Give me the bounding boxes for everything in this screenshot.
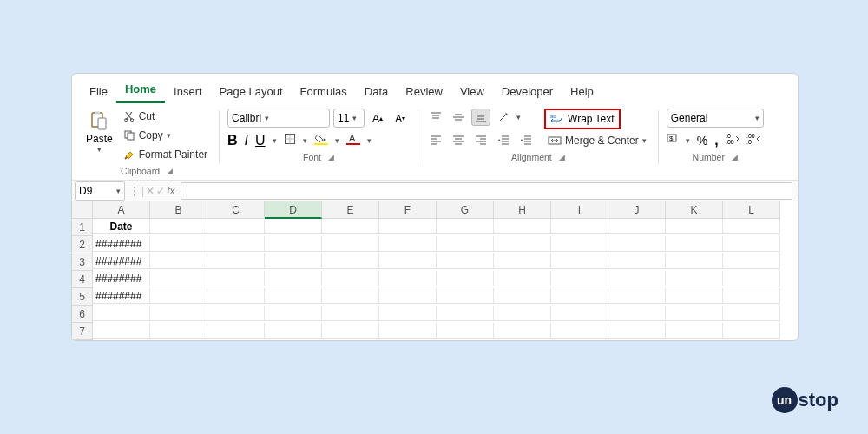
- cell[interactable]: [207, 271, 265, 286]
- cell[interactable]: [207, 323, 265, 339]
- cell[interactable]: [265, 253, 322, 269]
- cell[interactable]: [666, 323, 723, 339]
- cell[interactable]: [494, 271, 551, 286]
- fx-label[interactable]: fx: [167, 185, 174, 197]
- row-header[interactable]: 5: [72, 288, 93, 306]
- cell[interactable]: [666, 306, 723, 321]
- cell[interactable]: [723, 323, 780, 339]
- cell[interactable]: [379, 253, 437, 269]
- merge-center-button[interactable]: Merge & Center ▾: [544, 133, 650, 148]
- cell[interactable]: [322, 323, 379, 339]
- enter-icon[interactable]: ✓: [156, 185, 165, 197]
- cell[interactable]: [608, 288, 666, 304]
- cell[interactable]: [322, 253, 379, 269]
- tab-home[interactable]: Home: [116, 79, 165, 103]
- select-all-corner[interactable]: [72, 201, 93, 219]
- fill-color-button[interactable]: [314, 133, 328, 148]
- decrease-font-button[interactable]: A▾: [391, 109, 410, 127]
- cell[interactable]: [608, 306, 666, 321]
- cell[interactable]: [265, 219, 322, 234]
- cell[interactable]: [322, 219, 379, 234]
- paste-button[interactable]: Paste ▾: [82, 108, 116, 155]
- tab-data[interactable]: Data: [356, 82, 397, 103]
- cell[interactable]: Date: [93, 219, 150, 234]
- cell[interactable]: [608, 236, 666, 252]
- format-painter-button[interactable]: Format Painter: [120, 147, 211, 162]
- accounting-format-button[interactable]: $: [667, 133, 679, 148]
- column-header[interactable]: L: [723, 201, 780, 219]
- column-header[interactable]: H: [494, 201, 551, 219]
- column-header[interactable]: C: [207, 201, 265, 219]
- cell[interactable]: [322, 306, 379, 321]
- dialog-launcher-icon[interactable]: ◢: [559, 153, 565, 161]
- cell[interactable]: [666, 219, 723, 234]
- align-right-button[interactable]: [471, 131, 490, 148]
- cell[interactable]: [666, 288, 723, 304]
- dialog-launcher-icon[interactable]: ◢: [732, 153, 738, 161]
- align-top-button[interactable]: [426, 108, 445, 126]
- cell[interactable]: [379, 288, 437, 304]
- column-header[interactable]: F: [379, 201, 437, 219]
- cell[interactable]: ########: [93, 288, 150, 304]
- cell[interactable]: [551, 236, 608, 252]
- cell[interactable]: [322, 236, 379, 252]
- cell[interactable]: [265, 271, 322, 286]
- cell[interactable]: [723, 306, 780, 321]
- cell[interactable]: [150, 219, 207, 234]
- row-header[interactable]: 2: [72, 236, 93, 253]
- percent-button[interactable]: %: [697, 134, 707, 148]
- cell[interactable]: [551, 323, 608, 339]
- cell[interactable]: [494, 288, 551, 304]
- align-middle-button[interactable]: [449, 108, 468, 126]
- cell[interactable]: [150, 323, 207, 339]
- cell[interactable]: [437, 219, 494, 234]
- row-header[interactable]: 1: [72, 219, 93, 236]
- row-header[interactable]: 7: [72, 323, 93, 340]
- bold-button[interactable]: B: [227, 133, 238, 148]
- cell[interactable]: [150, 253, 207, 269]
- font-color-button[interactable]: A: [346, 133, 360, 148]
- cell[interactable]: [150, 306, 207, 321]
- cell[interactable]: [723, 236, 780, 252]
- cell[interactable]: [265, 323, 322, 339]
- column-header[interactable]: K: [666, 201, 723, 219]
- cell[interactable]: [207, 236, 265, 252]
- cell[interactable]: ########: [93, 253, 150, 269]
- cell[interactable]: [150, 236, 207, 252]
- cell[interactable]: [608, 219, 666, 234]
- increase-indent-button[interactable]: [516, 131, 536, 148]
- cell[interactable]: [379, 236, 437, 252]
- cell[interactable]: [437, 236, 494, 252]
- cell[interactable]: [666, 271, 723, 286]
- wrap-text-button[interactable]: ab Wrap Text: [544, 108, 621, 129]
- cell[interactable]: [494, 306, 551, 321]
- cell[interactable]: [379, 271, 437, 286]
- comma-button[interactable]: ,: [714, 133, 718, 148]
- tab-view[interactable]: View: [451, 82, 493, 103]
- cell[interactable]: [437, 253, 494, 269]
- cell[interactable]: [723, 271, 780, 286]
- cell[interactable]: [207, 306, 265, 321]
- spreadsheet-grid[interactable]: ABCDEFGHIJKL1Date2########3########4####…: [72, 201, 798, 340]
- cell[interactable]: [150, 271, 207, 286]
- underline-button[interactable]: U: [255, 133, 266, 148]
- cell[interactable]: [207, 288, 265, 304]
- cell[interactable]: [265, 306, 322, 321]
- borders-button[interactable]: [284, 133, 296, 148]
- dialog-launcher-icon[interactable]: ◢: [328, 153, 334, 161]
- tab-developer[interactable]: Developer: [493, 82, 562, 103]
- cell[interactable]: [207, 253, 265, 269]
- cell[interactable]: [494, 236, 551, 252]
- italic-button[interactable]: I: [245, 133, 248, 148]
- cell[interactable]: [379, 306, 437, 321]
- cell[interactable]: [608, 271, 666, 286]
- align-center-button[interactable]: [449, 131, 468, 148]
- tab-help[interactable]: Help: [562, 82, 602, 103]
- cell[interactable]: [494, 253, 551, 269]
- cell[interactable]: [265, 288, 322, 304]
- cell[interactable]: [265, 236, 322, 252]
- decrease-indent-button[interactable]: [494, 131, 513, 148]
- cell[interactable]: ########: [93, 236, 150, 252]
- orientation-button[interactable]: [494, 108, 513, 126]
- decrease-decimal-button[interactable]: .00.0: [746, 133, 760, 148]
